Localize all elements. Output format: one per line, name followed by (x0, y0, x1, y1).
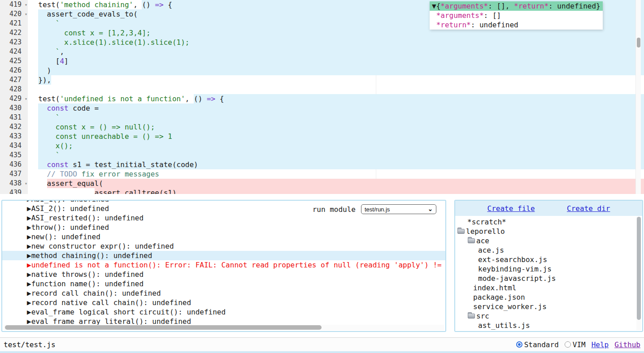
code-text[interactable]: `, (28, 47, 644, 56)
code-line[interactable]: 431 ` (0, 113, 644, 122)
executed-region-highlight: assert_calltree(s1) (95, 188, 644, 194)
executed-region-highlight: ) (38, 66, 644, 75)
fold-arrow-icon[interactable]: ▾ (25, 179, 27, 188)
editor-scrollbar-thumb[interactable] (637, 38, 640, 47)
keybinding-standard-option[interactable]: Standard (516, 340, 559, 349)
tree-file-item[interactable]: ext-searchbox.js (455, 255, 642, 264)
code-line[interactable]: 425 [4] (0, 56, 644, 66)
code-line[interactable]: 433 const unreachable = () => 1 (0, 132, 644, 141)
tree-scrollbar-thumb[interactable] (637, 217, 641, 320)
code-text[interactable]: const s1 = test_initial_state(code) (28, 160, 644, 169)
fold-arrow-icon[interactable]: ▾ (25, 9, 27, 19)
code-text[interactable]: ` (28, 151, 644, 160)
test-result-item[interactable]: ▶ASI_restrited(): undefined (2, 213, 445, 223)
code-line[interactable]: 430 const code = (0, 103, 644, 113)
test-result-item[interactable]: ▶function name(): undefined (2, 279, 445, 288)
tree-folder-item[interactable]: ace (455, 236, 642, 245)
code-text[interactable]: x.slice(1).slice(1).slice(1); (28, 38, 644, 47)
code-line[interactable]: 439 assert_calltree(s1) (0, 188, 644, 194)
tree-item-label: ace.js (478, 245, 504, 255)
code-text[interactable]: [4] (28, 56, 644, 66)
line-number: 424 (9, 47, 22, 56)
current-file-label: test/test.js (4, 340, 56, 349)
radio-vim[interactable] (565, 341, 571, 348)
tree-file-item[interactable]: ast_utils.js (455, 321, 642, 330)
code-line[interactable]: 427 }), (0, 75, 644, 85)
code-line[interactable]: 437 // TODO fix error messages (0, 169, 644, 179)
help-link[interactable]: Help (592, 340, 609, 349)
code-line[interactable]: 435 ` (0, 151, 644, 160)
code-segment (30, 9, 38, 19)
tree-file-item[interactable]: ace.js (455, 245, 642, 255)
test-result-item[interactable]: ▶native throws(): undefined (2, 270, 445, 279)
line-gutter: 423 (0, 38, 28, 47)
code-line[interactable]: 423 x.slice(1).slice(1).slice(1); (0, 38, 644, 47)
line-number: 437 (9, 170, 22, 178)
fold-arrow-icon[interactable]: ▾ (25, 0, 27, 9)
code-line[interactable]: 432 const x = () => null(); (0, 122, 644, 132)
code-line[interactable]: 424 `, (0, 47, 644, 56)
code-text[interactable]: ` (28, 113, 644, 122)
code-text[interactable]: }), (28, 75, 644, 85)
test-result-item[interactable]: ▶record call chain(): undefined (2, 288, 445, 298)
test-result-item[interactable]: ▶undefined is not a function(): Error: F… (2, 260, 445, 270)
tree-file-item[interactable]: service_worker.js (455, 302, 642, 311)
code-text[interactable]: ) (28, 66, 644, 75)
code-line[interactable]: 428 (0, 85, 644, 94)
run-module-select[interactable]: test/run.js ⌄ (361, 204, 436, 214)
tree-folder-item[interactable]: src (455, 311, 642, 321)
code-segment (30, 56, 38, 66)
tree-item-label: keybinding-vim.js (478, 264, 552, 274)
code-segment: () => { (194, 94, 224, 103)
create-dir-link[interactable]: Create dir (567, 204, 610, 213)
code-line[interactable]: 429▾ test('undefined is not a function',… (0, 94, 644, 103)
test-result-item[interactable]: ▶eval_frame logical short circuit(): und… (2, 307, 445, 317)
test-results-list: ▶ASI_1(): undefined▶ASI_2(): undefined▶A… (2, 200, 445, 326)
code-text[interactable]: assert_equal( (28, 179, 644, 188)
code-segment (30, 151, 38, 160)
code-text[interactable]: x(); (28, 141, 644, 151)
code-text[interactable]: const code = (28, 103, 644, 113)
code-line[interactable]: 422 const x = [1,2,3,4]; (0, 28, 644, 38)
tree-file-item[interactable]: *scratch* (455, 217, 642, 227)
tree-file-item[interactable]: package.json (455, 293, 642, 302)
test-result-item[interactable]: ▶record native call chain(): undefined (2, 298, 445, 307)
test-result-item[interactable]: ▶ASI_1(): undefined (2, 200, 445, 204)
fold-arrow-icon[interactable]: ▾ (25, 94, 27, 103)
tree-file-item[interactable]: index.html (455, 283, 642, 293)
value-tooltip-header[interactable]: ▼{*arguments*: [], *return*: undefined} (430, 1, 603, 11)
code-text[interactable]: test('undefined is not a function', () =… (28, 94, 644, 103)
code-text[interactable]: const unreachable = () => 1 (28, 132, 644, 141)
code-segment: const x = [1,2,3,4]; (38, 28, 150, 38)
line-number: 432 (9, 123, 22, 131)
code-text[interactable]: const x = [1,2,3,4]; (28, 28, 644, 38)
code-text[interactable]: assert_calltree(s1) (28, 188, 644, 194)
results-hscrollbar-thumb[interactable] (5, 325, 322, 330)
code-text[interactable]: const x = () => null(); (28, 122, 644, 132)
test-result-item[interactable]: ▶throw(): undefined (2, 223, 445, 232)
test-result-item[interactable]: ▶method chaining(): undefined (2, 251, 445, 260)
code-text[interactable]: // TODO fix error messages (28, 169, 644, 179)
value-tooltip: ▼{*arguments*: [], *return*: undefined} … (430, 1, 603, 30)
executed-region-highlight: `, (38, 47, 644, 56)
code-line[interactable]: 436 const s1 = test_initial_state(code) (0, 160, 644, 169)
keybinding-vim-option[interactable]: VIM (565, 340, 586, 349)
code-line[interactable]: 434 x(); (0, 141, 644, 151)
tree-item-label: src (476, 311, 489, 321)
tree-file-item[interactable]: keybinding-vim.js (455, 264, 642, 274)
value-tooltip-row[interactable]: *arguments*: [] (430, 11, 603, 20)
tree-folder-item[interactable]: leporello (455, 227, 642, 236)
test-result-item[interactable]: ▶new constructor expr(): undefined (2, 241, 445, 251)
test-result-item[interactable]: ▶new(): undefined (2, 232, 445, 241)
tree-file-item[interactable]: mode-javascript.js (455, 274, 642, 283)
value-tooltip-row[interactable]: *return*: undefined (430, 20, 603, 30)
code-line[interactable]: 426 ) (0, 66, 644, 75)
tree-item-label: package.json (473, 293, 525, 302)
create-file-link[interactable]: Create file (487, 204, 535, 213)
tree-item-label: leporello (466, 227, 505, 236)
radio-standard[interactable] (516, 341, 522, 348)
code-text[interactable] (28, 85, 644, 94)
github-link[interactable]: Github (614, 340, 640, 349)
folder-icon (457, 229, 465, 234)
code-line[interactable]: 438▾ assert_equal( (0, 179, 644, 188)
